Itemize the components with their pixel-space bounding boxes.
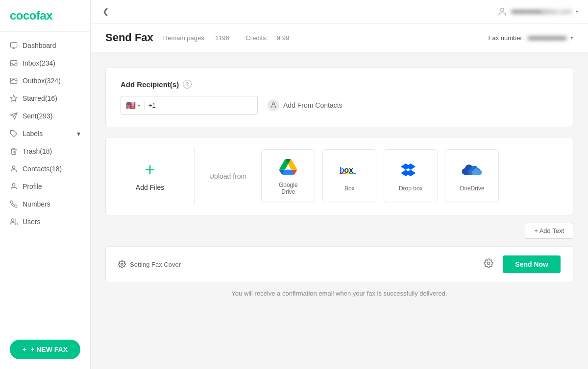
page-header: Send Fax Remain pages: 1196 Credits: 9.9… bbox=[91, 23, 588, 52]
topbar-left: ❮ bbox=[100, 5, 111, 18]
contacts-nav-icon bbox=[10, 165, 18, 173]
sidebar-item-sent-label: Sent(293) bbox=[23, 112, 52, 120]
add-files-plus-icon: + bbox=[145, 161, 155, 179]
logo-text: coco bbox=[10, 9, 36, 22]
box-option[interactable]: b ox Box bbox=[322, 149, 376, 203]
svg-point-21 bbox=[121, 263, 123, 265]
recipients-section: Add Recipient(s) ? 🇺🇸 ▾ +1 bbox=[105, 67, 573, 127]
google-drive-label: Google Drive bbox=[271, 182, 305, 195]
star-icon bbox=[10, 94, 18, 102]
confirmation-text: You will receive a confirmation email wh… bbox=[105, 290, 573, 297]
contacts-icon bbox=[268, 99, 279, 111]
confirmation-message: You will receive a confirmation email wh… bbox=[231, 290, 447, 297]
setting-fax-cover-label: Setting Fax Cover bbox=[130, 261, 181, 268]
google-drive-icon bbox=[278, 157, 298, 177]
gear-icon bbox=[484, 258, 493, 268]
add-from-contacts-label: Add From Contacts bbox=[283, 101, 343, 109]
sidebar-item-inbox[interactable]: Inbox(234) bbox=[0, 54, 90, 72]
dropbox-icon bbox=[401, 161, 420, 180]
sidebar-item-labels[interactable]: Labels ▾ bbox=[0, 125, 90, 142]
onedrive-label: OneDrive bbox=[460, 185, 485, 192]
send-fax-body: Add Recipient(s) ? 🇺🇸 ▾ +1 bbox=[91, 52, 588, 312]
sidebar-item-contacts[interactable]: Contacts(18) bbox=[0, 160, 90, 178]
sidebar-item-labels-label: Labels bbox=[23, 130, 43, 138]
sidebar-item-starred[interactable]: Starred(16) bbox=[0, 90, 90, 107]
credits-label: Credits: bbox=[245, 34, 268, 42]
content-area: Add Recipient(s) ? 🇺🇸 ▾ +1 bbox=[91, 52, 588, 369]
new-fax-button[interactable]: + + NEW FAX bbox=[10, 340, 80, 359]
logo: cocofax bbox=[10, 9, 80, 23]
box-label: Box bbox=[344, 185, 355, 192]
fax-number-chevron[interactable]: ▾ bbox=[570, 35, 573, 41]
upload-from-label: Upload from bbox=[209, 172, 246, 180]
flag-selector[interactable]: 🇺🇸 ▾ bbox=[126, 101, 145, 110]
svg-rect-16 bbox=[340, 173, 343, 174]
svg-rect-18 bbox=[346, 173, 350, 174]
sidebar-item-users-label: Users bbox=[23, 218, 41, 226]
users-icon bbox=[10, 218, 18, 226]
monitor-icon bbox=[10, 42, 18, 49]
sidebar-item-starred-label: Starred(16) bbox=[23, 94, 57, 102]
help-icon[interactable]: ? bbox=[183, 80, 192, 89]
sidebar: cocofax Dashboard Inbox(234) Outbox(324)… bbox=[0, 0, 91, 369]
recipients-section-label: Add Recipient(s) ? bbox=[121, 80, 558, 89]
bottom-actions: + Add Text bbox=[105, 223, 573, 239]
profile-icon bbox=[10, 183, 18, 190]
topbar-right: ■■■■■■■■@live.com ▾ bbox=[497, 7, 578, 17]
cloud-options: Google Drive b ox bbox=[261, 149, 499, 203]
sent-icon bbox=[10, 112, 18, 120]
remain-pages-value: 1196 bbox=[215, 34, 229, 42]
numbers-icon bbox=[10, 200, 18, 208]
svg-point-10 bbox=[12, 184, 15, 186]
sidebar-item-dashboard-label: Dashboard bbox=[23, 42, 56, 49]
send-now-label: Send Now bbox=[515, 260, 548, 268]
settings-gear-button[interactable] bbox=[482, 256, 495, 273]
sidebar-item-profile[interactable]: Profile bbox=[0, 178, 90, 195]
new-fax-label: + NEW FAX bbox=[30, 346, 68, 353]
sidebar-item-dashboard[interactable]: Dashboard bbox=[0, 37, 90, 54]
upload-section: + Add Files Upload from bbox=[105, 137, 573, 215]
svg-point-22 bbox=[488, 262, 490, 264]
collapse-sidebar-button[interactable]: ❮ bbox=[100, 5, 111, 18]
sidebar-item-numbers[interactable]: Numbers bbox=[0, 195, 90, 213]
add-text-button[interactable]: + Add Text bbox=[525, 223, 573, 239]
sidebar-item-users[interactable]: Users bbox=[0, 213, 90, 231]
google-drive-option[interactable]: Google Drive bbox=[261, 149, 315, 203]
svg-rect-17 bbox=[343, 173, 346, 174]
flag-selector-chevron: ▾ bbox=[138, 103, 140, 108]
svg-point-9 bbox=[12, 166, 15, 168]
sidebar-item-numbers-label: Numbers bbox=[23, 200, 50, 208]
credits-value: 9.99 bbox=[277, 34, 289, 42]
user-menu-chevron[interactable]: ▾ bbox=[576, 9, 578, 14]
add-from-contacts-button[interactable]: Add From Contacts bbox=[268, 99, 343, 111]
gear-small-icon bbox=[118, 260, 126, 268]
remain-pages-text: Remain pages: 1196 bbox=[163, 34, 239, 42]
setting-fax-cover-button[interactable]: Setting Fax Cover bbox=[118, 260, 181, 268]
send-now-button[interactable]: Send Now bbox=[503, 255, 561, 273]
fax-number-label: Fax number: bbox=[488, 34, 524, 42]
sidebar-item-outbox[interactable]: Outbox(324) bbox=[0, 72, 90, 90]
sidebar-item-trash[interactable]: Trash(18) bbox=[0, 142, 90, 160]
page-header-left: Send Fax Remain pages: 1196 Credits: 9.9… bbox=[105, 31, 304, 44]
sidebar-item-sent[interactable]: Sent(293) bbox=[0, 107, 90, 125]
phone-prefix: +1 bbox=[148, 102, 156, 109]
footer-right: Send Now bbox=[482, 255, 561, 273]
credits-text: Credits: 9.99 bbox=[245, 34, 296, 42]
inbox-icon bbox=[10, 59, 18, 67]
svg-rect-0 bbox=[10, 43, 17, 47]
user-email: ■■■■■■■■@live.com bbox=[511, 8, 572, 15]
fax-number-area: Fax number: ■■■■■■■■■■ ▾ bbox=[488, 34, 573, 42]
svg-point-11 bbox=[11, 219, 14, 221]
sidebar-item-outbox-label: Outbox(324) bbox=[23, 77, 61, 85]
add-files-zone[interactable]: + Add Files bbox=[106, 146, 194, 206]
dropbox-option[interactable]: Drop box bbox=[384, 149, 438, 203]
remain-pages-label: Remain pages: bbox=[163, 34, 206, 42]
onedrive-icon bbox=[462, 161, 482, 180]
svg-rect-19 bbox=[349, 173, 353, 174]
logo-fax: fax bbox=[36, 9, 52, 22]
phone-number-input[interactable] bbox=[158, 102, 252, 109]
new-fax-plus-icon: + bbox=[23, 346, 26, 353]
svg-point-12 bbox=[501, 8, 504, 11]
svg-text:ox: ox bbox=[344, 166, 354, 174]
onedrive-option[interactable]: OneDrive bbox=[445, 149, 499, 203]
